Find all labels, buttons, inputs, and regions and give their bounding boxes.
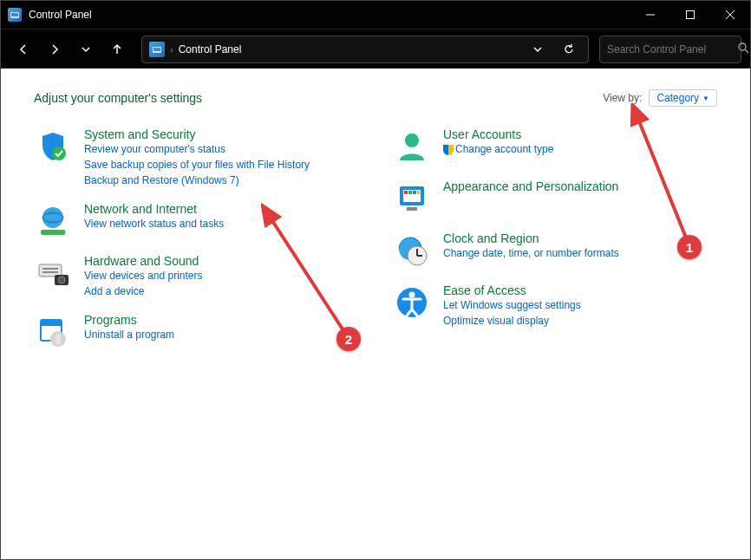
category-title[interactable]: Clock and Region	[443, 231, 717, 245]
svg-rect-7	[153, 48, 160, 51]
address-bar[interactable]: › Control Panel	[141, 36, 589, 63]
svg-rect-26	[404, 191, 408, 194]
svg-rect-27	[408, 191, 412, 194]
category-icon	[393, 231, 431, 270]
annotation-badge-1: 1	[677, 235, 702, 259]
category-body: User AccountsChange account type	[443, 127, 717, 166]
category-body: Clock and RegionChange date, time, or nu…	[443, 231, 717, 270]
header-row: Adjust your computer's settings View by:…	[34, 89, 717, 107]
view-by: View by: Category ▼	[603, 89, 717, 107]
category-item: Clock and RegionChange date, time, or nu…	[393, 231, 717, 270]
svg-rect-28	[413, 191, 416, 194]
close-button[interactable]	[710, 1, 750, 29]
category-title[interactable]: Ease of Access	[443, 283, 717, 297]
svg-point-18	[58, 277, 65, 283]
svg-rect-30	[407, 207, 417, 211]
category-link[interactable]: Change date, time, or number formats	[443, 245, 717, 261]
back-button[interactable]	[10, 36, 37, 63]
breadcrumb-separator: ›	[170, 44, 173, 55]
category-icon	[34, 313, 72, 351]
search-input[interactable]	[607, 43, 737, 55]
category-title[interactable]: User Accounts	[443, 127, 717, 141]
category-body: Ease of AccessLet Windows suggest settin…	[443, 283, 717, 329]
category-icon	[34, 202, 72, 240]
nav-bar: › Control Panel	[1, 29, 750, 68]
category-link[interactable]: Save backup copies of your files with Fi…	[84, 157, 358, 173]
right-column: User AccountsChange account typeAppearan…	[393, 127, 717, 365]
minimize-button[interactable]	[630, 1, 670, 29]
svg-point-10	[52, 147, 66, 160]
title-left: Control Panel	[1, 8, 92, 22]
svg-line-9	[745, 49, 748, 53]
category-icon	[393, 127, 431, 166]
category-grid: System and SecurityReview your computer'…	[34, 127, 717, 365]
svg-rect-16	[42, 271, 58, 273]
category-item: ProgramsUninstall a program	[34, 313, 358, 351]
category-body: Appearance and Personalization	[443, 179, 717, 218]
page-title: Adjust your computer's settings	[34, 91, 202, 105]
category-item: Appearance and Personalization	[393, 179, 717, 218]
up-button[interactable]	[103, 36, 131, 63]
category-title[interactable]: Appearance and Personalization	[443, 179, 717, 193]
maximize-button[interactable]	[670, 1, 710, 29]
window-frame: Control Panel › Control Panel	[0, 0, 751, 560]
svg-rect-3	[687, 11, 695, 19]
category-body: ProgramsUninstall a program	[84, 313, 358, 351]
category-link[interactable]: Uninstall a program	[84, 327, 358, 342]
view-by-value: Category	[656, 92, 699, 104]
category-link[interactable]: View network status and tasks	[84, 216, 358, 231]
svg-rect-20	[41, 320, 62, 326]
left-column: System and SecurityReview your computer'…	[34, 127, 358, 365]
forward-button[interactable]	[41, 36, 69, 63]
title-controls	[630, 1, 750, 29]
view-by-select[interactable]: Category ▼	[649, 89, 717, 107]
category-icon	[34, 127, 72, 166]
category-link[interactable]: View devices and printers	[84, 268, 358, 283]
view-by-label: View by:	[603, 92, 642, 104]
search-box[interactable]	[599, 36, 741, 63]
svg-point-36	[409, 292, 415, 298]
category-link[interactable]: Let Windows suggest settings	[443, 297, 717, 313]
svg-point-11	[42, 207, 63, 228]
svg-rect-15	[42, 268, 58, 270]
category-icon	[393, 179, 431, 218]
recent-dropdown[interactable]	[72, 36, 100, 63]
search-icon	[737, 42, 749, 57]
svg-point-8	[739, 43, 746, 50]
category-item: User AccountsChange account type	[393, 127, 717, 166]
category-title[interactable]: Hardware and Sound	[84, 254, 358, 268]
window-title: Control Panel	[29, 9, 92, 21]
title-bar: Control Panel	[1, 1, 750, 29]
category-body: System and SecurityReview your computer'…	[84, 127, 358, 188]
category-icon	[393, 283, 431, 322]
category-title[interactable]: Programs	[84, 313, 358, 327]
category-link[interactable]: Optimize visual display	[443, 313, 717, 329]
category-item: Ease of AccessLet Windows suggest settin…	[393, 283, 717, 329]
annotation-badge-2: 2	[336, 327, 361, 351]
category-title[interactable]: System and Security	[84, 127, 358, 141]
category-icon	[34, 254, 72, 292]
category-body: Network and InternetView network status …	[84, 202, 358, 240]
shield-icon	[443, 145, 454, 155]
category-link[interactable]: Add a device	[84, 283, 358, 299]
address-icon	[149, 42, 165, 57]
category-link[interactable]: Change account type	[443, 141, 717, 157]
category-item: System and SecurityReview your computer'…	[34, 127, 358, 188]
content-area: Adjust your computer's settings View by:…	[1, 68, 750, 559]
category-link[interactable]: Review your computer's status	[84, 141, 358, 157]
refresh-button[interactable]	[557, 37, 581, 62]
category-title[interactable]: Network and Internet	[84, 202, 358, 216]
address-dropdown[interactable]	[526, 37, 550, 62]
svg-rect-13	[41, 230, 65, 235]
svg-rect-14	[39, 264, 62, 277]
category-item: Network and InternetView network status …	[34, 202, 358, 240]
control-panel-icon	[8, 8, 22, 22]
category-item: Hardware and SoundView devices and print…	[34, 254, 358, 299]
svg-point-23	[405, 133, 419, 147]
chevron-down-icon: ▼	[702, 94, 709, 102]
category-link[interactable]: Backup and Restore (Windows 7)	[84, 173, 358, 188]
breadcrumb[interactable]: Control Panel	[179, 43, 242, 55]
svg-rect-29	[417, 191, 420, 194]
category-body: Hardware and SoundView devices and print…	[84, 254, 358, 299]
svg-rect-22	[56, 334, 61, 344]
